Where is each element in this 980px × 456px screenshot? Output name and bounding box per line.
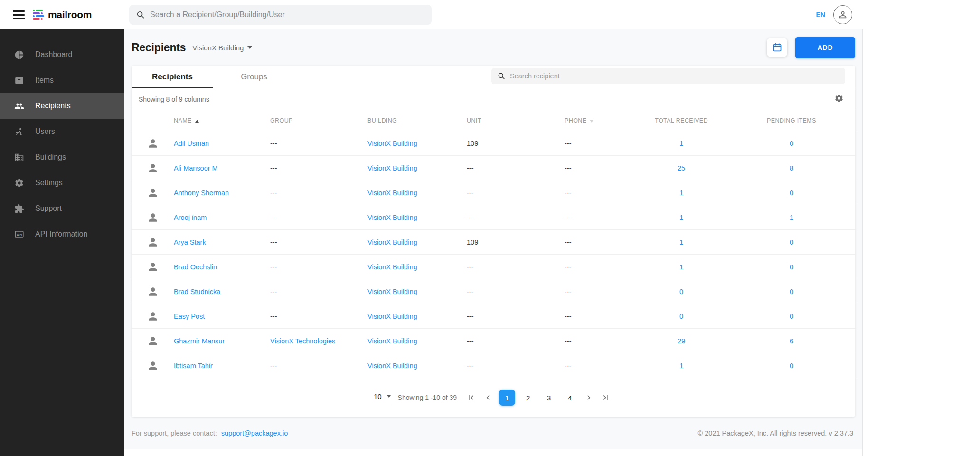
building-filter-dropdown[interactable]: VisionX Building [192,44,252,52]
recipient-building-link[interactable]: VisionX Building [368,313,467,320]
sidebar-item-users[interactable]: Users [0,119,124,144]
recipient-pending-items-link[interactable]: 0 [736,263,847,271]
sidebar-item-buildings[interactable]: Buildings [0,144,124,170]
table-row[interactable]: Brad Oechslin --- VisionX Building --- -… [132,255,855,279]
recipient-group[interactable]: --- [270,214,368,221]
page-size-select[interactable]: 10 [372,391,393,404]
recipient-pending-items-link[interactable]: 1 [736,214,847,221]
table-row[interactable]: Anthony Sherman --- VisionX Building ---… [132,180,855,205]
recipient-name-link[interactable]: Adil Usman [174,140,270,147]
column-settings-button[interactable] [834,94,844,104]
column-header-total-received[interactable]: TOTAL RECEIVED [626,117,736,124]
menu-icon[interactable] [13,9,25,21]
global-search[interactable] [129,5,432,25]
recipient-total-received-link[interactable]: 1 [626,189,736,197]
recipient-name-link[interactable]: Anthony Sherman [174,189,270,197]
recipient-name-link[interactable]: Ghazmir Mansur [174,337,270,345]
recipient-group[interactable]: --- [270,189,368,197]
recipient-total-received-link[interactable]: 29 [626,337,736,345]
column-header-unit[interactable]: UNIT [467,117,565,124]
column-header-name[interactable]: NAME [174,117,270,124]
recipient-building-link[interactable]: VisionX Building [368,288,467,295]
recipient-pending-items-link[interactable]: 8 [736,164,847,172]
recipient-search-input[interactable] [510,72,839,80]
first-page-button[interactable] [462,389,480,406]
recipient-group[interactable]: --- [270,164,368,172]
language-selector[interactable]: EN [816,11,825,19]
recipient-pending-items-link[interactable]: 0 [736,140,847,147]
sidebar-item-items[interactable]: Items [0,67,124,93]
page-button-4[interactable]: 4 [562,390,578,406]
page-button-3[interactable]: 3 [541,390,557,406]
recipient-name-link[interactable]: Brad Oechslin [174,263,270,271]
recipient-building-link[interactable]: VisionX Building [368,337,467,345]
chevron-down-icon [387,395,391,398]
recipient-building-link[interactable]: VisionX Building [368,362,467,370]
recipient-total-received-link[interactable]: 1 [626,140,736,147]
next-page-button[interactable] [580,389,597,406]
recipient-pending-items-link[interactable]: 0 [736,238,847,246]
recipient-building-link[interactable]: VisionX Building [368,238,467,246]
table-row[interactable]: Ali Mansoor M --- VisionX Building --- -… [132,156,855,180]
column-header-pending-items[interactable]: PENDING ITEMS [736,117,847,124]
recipient-total-received-link[interactable]: 1 [626,362,736,370]
table-row[interactable]: Brad Studnicka --- VisionX Building --- … [132,279,855,304]
recipient-total-received-link[interactable]: 1 [626,214,736,221]
table-row[interactable]: Arya Stark --- VisionX Building 109 --- … [132,230,855,255]
page-button-2[interactable]: 2 [520,390,536,406]
sidebar-item-api-information[interactable]: APIAPI Information [0,221,124,247]
recipient-pending-items-link[interactable]: 0 [736,362,847,370]
recipient-total-received-link[interactable]: 0 [626,313,736,320]
last-page-button[interactable] [597,389,614,406]
recipient-total-received-link[interactable]: 1 [626,263,736,271]
recipient-name-link[interactable]: Ibtisam Tahir [174,362,270,370]
tab-groups[interactable]: Groups [213,66,295,88]
recipient-group[interactable]: --- [270,238,368,246]
sidebar-item-recipients[interactable]: Recipients [0,93,124,119]
support-email-link[interactable]: support@packagex.io [221,429,288,437]
table-row[interactable]: Ghazmir Mansur VisionX Technologies Visi… [132,329,855,353]
recipient-group[interactable]: --- [270,362,368,370]
recipient-pending-items-link[interactable]: 0 [736,189,847,197]
recipient-pending-items-link[interactable]: 0 [736,313,847,320]
global-search-input[interactable] [150,10,424,19]
recipient-group[interactable]: --- [270,263,368,271]
recipient-total-received-link[interactable]: 1 [626,238,736,246]
recipient-group[interactable]: VisionX Technologies [270,337,368,345]
recipient-group[interactable]: --- [270,313,368,320]
recipient-name-link[interactable]: Ali Mansoor M [174,164,270,172]
column-header-phone[interactable]: PHONE [565,117,626,124]
recipient-building-link[interactable]: VisionX Building [368,263,467,271]
recipient-search[interactable] [491,68,845,84]
recipient-building-link[interactable]: VisionX Building [368,140,467,147]
recipient-name-link[interactable]: Arooj inam [174,214,270,221]
recipient-group[interactable]: --- [270,288,368,295]
table-row[interactable]: Adil Usman --- VisionX Building 109 --- … [132,131,855,156]
column-header-building[interactable]: BUILDING [368,117,467,124]
recipient-name-link[interactable]: Arya Stark [174,238,270,246]
recipient-total-received-link[interactable]: 25 [626,164,736,172]
box-icon [14,76,24,86]
user-avatar-button[interactable] [833,5,852,24]
recipient-name-link[interactable]: Easy Post [174,313,270,320]
table-row[interactable]: Arooj inam --- VisionX Building --- --- … [132,205,855,230]
recipient-pending-items-link[interactable]: 6 [736,337,847,345]
recipient-building-link[interactable]: VisionX Building [368,214,467,221]
tab-recipients[interactable]: Recipients [132,66,213,88]
add-button[interactable]: ADD [795,37,855,58]
column-header-group[interactable]: GROUP [270,117,368,124]
recipient-building-link[interactable]: VisionX Building [368,189,467,197]
recipient-total-received-link[interactable]: 0 [626,288,736,295]
recipient-group[interactable]: --- [270,140,368,147]
table-row[interactable]: Ibtisam Tahir --- VisionX Building --- -… [132,353,855,378]
calendar-button[interactable] [767,38,787,57]
recipient-name-link[interactable]: Brad Studnicka [174,288,270,295]
sidebar-item-settings[interactable]: Settings [0,170,124,196]
prev-page-button[interactable] [480,389,497,406]
recipient-building-link[interactable]: VisionX Building [368,164,467,172]
sidebar-item-dashboard[interactable]: Dashboard [0,42,124,67]
recipient-pending-items-link[interactable]: 0 [736,288,847,295]
table-row[interactable]: Easy Post --- VisionX Building --- --- 0… [132,304,855,329]
page-button-1[interactable]: 1 [499,390,515,406]
sidebar-item-support[interactable]: Support [0,196,124,221]
